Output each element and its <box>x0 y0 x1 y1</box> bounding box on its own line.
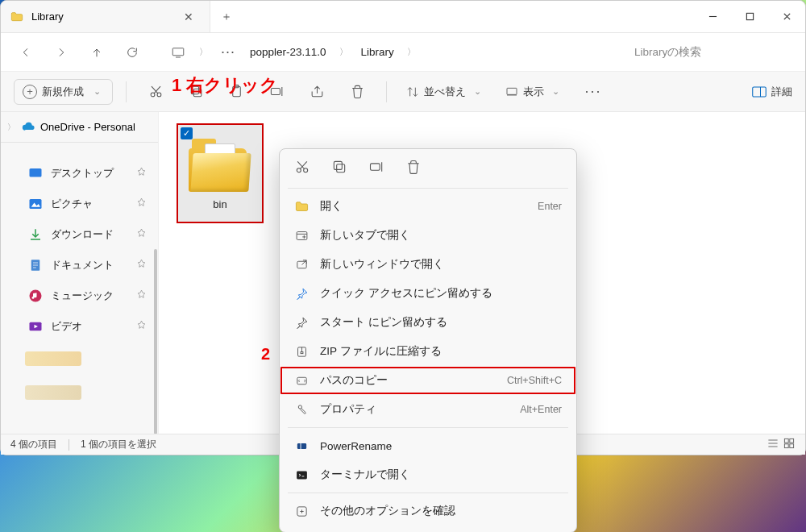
quick-access-list: デスクトップ ピクチャ ダウンロード ドキュメント <box>1 157 158 410</box>
breadcrumb-seg-1[interactable]: poppler-23.11.0 <box>245 43 331 61</box>
video-icon <box>28 319 43 334</box>
ctx-open-new-tab[interactable]: 新しいタブで開く <box>280 221 576 250</box>
up-button[interactable] <box>81 39 112 65</box>
back-button[interactable] <box>10 39 41 65</box>
onedrive-label: OneDrive - Personal <box>40 121 135 133</box>
ctx-copy-path[interactable]: パスのコピー Ctrl+Shift+C <box>280 366 576 395</box>
folder-icon <box>294 199 309 214</box>
sort-button[interactable]: 並べ替え ⌄ <box>400 80 491 104</box>
tab-close-button[interactable]: ✕ <box>177 10 200 23</box>
new-label: 新規作成 <box>42 85 84 99</box>
sidebar-item-videos[interactable]: ビデオ <box>1 312 158 341</box>
minimize-button[interactable] <box>694 1 731 32</box>
nav-scrollbar[interactable] <box>154 249 157 434</box>
titlebar: Library ✕ ＋ <box>1 1 805 33</box>
ctx-open-terminal[interactable]: ターミナルで開く <box>280 460 576 489</box>
address-bar: 〉 ··· poppler-23.11.0 〉 Library 〉 Librar… <box>1 33 805 72</box>
svg-rect-1 <box>746 13 753 19</box>
pin-icon <box>136 259 147 272</box>
terminal-icon <box>294 468 309 482</box>
ctx-powerrename[interactable]: PowerRename <box>280 431 576 460</box>
pin-icon <box>136 289 147 302</box>
more-button[interactable]: ··· <box>577 77 609 106</box>
new-tab-icon <box>294 228 309 243</box>
refresh-button[interactable] <box>117 39 147 65</box>
ctx-pin-start[interactable]: スタート にピン留めする <box>280 308 576 337</box>
delete-button[interactable] <box>405 159 422 178</box>
ctx-open[interactable]: 開く Enter <box>280 192 576 221</box>
chevron-right-icon[interactable]: 〉 <box>336 46 351 58</box>
sidebar-item-pictures[interactable]: ピクチャ <box>1 189 158 218</box>
search-input[interactable]: Libraryの検索 <box>626 39 796 65</box>
chevron-down-icon: ⌄ <box>471 86 484 97</box>
ctx-open-new-window[interactable]: 新しいウィンドウで開く <box>280 250 576 279</box>
powerrename-icon <box>294 438 309 453</box>
svg-rect-5 <box>172 48 184 55</box>
ctx-compress-zip[interactable]: ZIP ファイルに圧縮する <box>280 337 576 366</box>
tab-title: Library <box>31 10 169 23</box>
toolbar: + 新規作成 ⌄ 並べ替え ⌄ 表示 ⌄ ··· 詳細 1 右クリック <box>1 72 805 112</box>
delete-button[interactable] <box>341 77 373 106</box>
forward-button[interactable] <box>46 39 77 65</box>
status-selected: 1 個の項目を選択 <box>81 438 156 451</box>
svg-rect-42 <box>784 444 788 448</box>
plus-icon: + <box>23 85 37 99</box>
sidebar-item-downloads[interactable]: ダウンロード <box>1 220 158 249</box>
breadcrumb-overflow[interactable]: ··· <box>216 44 240 60</box>
close-button[interactable] <box>768 1 805 32</box>
sidebar-item-redacted[interactable] <box>25 344 150 373</box>
desktop-icon <box>28 166 43 181</box>
sidebar-item-documents[interactable]: ドキュメント <box>1 251 158 280</box>
ctx-properties[interactable]: プロパティ Alt+Enter <box>280 395 576 424</box>
folder-icon <box>10 10 23 23</box>
svg-rect-41 <box>790 438 794 443</box>
pin-icon <box>294 315 309 330</box>
properties-icon <box>294 402 309 417</box>
thispc-icon[interactable] <box>165 45 191 60</box>
context-menu: 開く Enter 新しいタブで開く 新しいウィンドウで開く クイック アクセスに… <box>279 148 577 532</box>
tab-library[interactable]: Library ✕ <box>1 1 210 32</box>
document-icon <box>28 258 43 272</box>
pictures-icon <box>28 197 43 211</box>
share-button[interactable] <box>301 77 333 106</box>
new-button[interactable]: + 新規作成 ⌄ <box>14 79 113 105</box>
sort-label: 並べ替え <box>424 85 466 99</box>
chevron-right-icon[interactable]: 〉 <box>404 46 419 58</box>
chevron-down-icon: ⌄ <box>549 86 563 97</box>
pin-icon <box>136 320 147 333</box>
sidebar-item-desktop[interactable]: デスクトップ <box>1 159 158 188</box>
zip-icon <box>294 344 309 359</box>
sidebar-item-onedrive[interactable]: 〉 OneDrive - Personal <box>1 112 158 143</box>
chevron-right-icon[interactable]: 〉 <box>7 122 17 133</box>
sidebar-item-redacted[interactable] <box>25 378 150 407</box>
cut-button[interactable] <box>139 77 172 106</box>
annotation-1: 1 右クリック <box>172 73 278 98</box>
chevron-right-icon[interactable]: 〉 <box>196 46 211 58</box>
details-pane-button[interactable]: 詳細 <box>752 85 792 99</box>
annotation-2: 2 <box>261 345 270 364</box>
status-count: 4 個の項目 <box>10 438 57 451</box>
svg-rect-65 <box>297 471 307 479</box>
chevron-down-icon: ⌄ <box>90 86 104 97</box>
breadcrumb-seg-2[interactable]: Library <box>356 43 399 61</box>
view-button[interactable]: 表示 ⌄ <box>499 80 569 104</box>
svg-rect-52 <box>297 231 307 239</box>
cut-button[interactable] <box>294 159 310 178</box>
svg-rect-60 <box>301 351 303 353</box>
context-menu-quick-actions <box>280 154 576 185</box>
copy-button[interactable] <box>331 159 347 178</box>
ctx-more-options[interactable]: その他のオプションを確認 <box>280 497 576 526</box>
sidebar-item-music[interactable]: ミュージック <box>1 281 158 310</box>
rename-button[interactable] <box>368 159 384 178</box>
navigation-pane: 〉 OneDrive - Personal デスクトップ ピクチャ ダウンロー <box>1 112 159 455</box>
new-tab-button[interactable]: ＋ <box>210 1 243 32</box>
new-window-icon <box>294 257 309 272</box>
icons-view-button[interactable] <box>783 437 796 452</box>
maximize-button[interactable] <box>731 1 768 32</box>
ctx-pin-quick-access[interactable]: クイック アクセスにピン留めする <box>280 279 576 308</box>
details-view-button[interactable] <box>767 437 779 452</box>
folder-item-bin[interactable]: ✓ bin <box>177 123 264 223</box>
window-controls <box>694 1 805 32</box>
cloud-icon <box>22 120 35 134</box>
folder-icon <box>187 135 253 192</box>
